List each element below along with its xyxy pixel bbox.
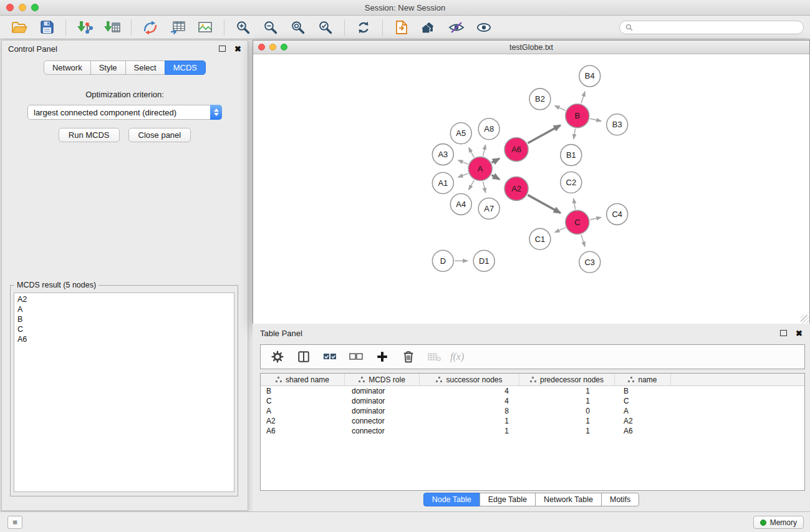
graph-node-D[interactable]: D	[432, 250, 453, 271]
graph-node-A3[interactable]: A3	[432, 144, 453, 165]
table-row[interactable]: Cdominator41C	[261, 396, 804, 406]
edge-C-C2[interactable]	[574, 198, 576, 210]
minimize-window-button[interactable]	[19, 4, 26, 11]
edge-B-B2[interactable]	[555, 105, 566, 110]
graph-node-A5[interactable]: A5	[450, 123, 471, 144]
float-panel-icon[interactable]	[219, 46, 226, 52]
mcds-result-item[interactable]: B	[14, 314, 234, 324]
edge-A-A2[interactable]	[492, 175, 499, 180]
network-canvas[interactable]: B4B2BB3B1A5A8A6A3AA1A2C2A4A7CC4C1C3DD1	[253, 55, 809, 324]
delete-column-button[interactable]	[398, 347, 419, 367]
graph-node-A1[interactable]: A1	[432, 173, 453, 194]
graph-node-B2[interactable]: B2	[529, 89, 551, 110]
column-header-name[interactable]: name	[615, 374, 671, 385]
graph-node-A8[interactable]: A8	[478, 118, 499, 140]
tab-select[interactable]: Select	[125, 60, 165, 75]
toggle-graphics-details-button[interactable]	[445, 17, 468, 37]
save-session-button[interactable]	[35, 17, 59, 37]
edge-A-A6[interactable]	[492, 158, 499, 162]
close-network-window-button[interactable]	[258, 44, 265, 51]
edge-A-A3[interactable]	[458, 160, 468, 164]
graph-node-C1[interactable]: C1	[529, 228, 551, 249]
edge-A-A4[interactable]	[469, 180, 475, 190]
edge-A2-C[interactable]	[528, 195, 560, 213]
zoom-fit-button[interactable]	[286, 17, 310, 37]
tab-mcds[interactable]: MCDS	[165, 60, 206, 75]
criterion-dropdown[interactable]: largest connected component (directed)	[27, 105, 222, 120]
edge-B-B4[interactable]	[581, 92, 585, 104]
mcds-result-item[interactable]: A6	[14, 334, 234, 344]
tab-network-table[interactable]: Network Table	[535, 493, 602, 506]
tab-edge-table[interactable]: Edge Table	[480, 493, 536, 506]
tab-node-table[interactable]: Node Table	[423, 493, 480, 506]
edge-A-A1[interactable]	[458, 173, 468, 177]
graph-node-A6[interactable]: A6	[504, 138, 528, 162]
graph-node-C4[interactable]: C4	[607, 203, 628, 225]
tab-motifs[interactable]: Motifs	[601, 493, 639, 506]
minimize-network-window-button[interactable]	[269, 44, 276, 51]
zoom-selected-button[interactable]	[314, 17, 337, 37]
edge-A6-B[interactable]	[528, 125, 560, 143]
import-table-button[interactable]	[100, 17, 124, 37]
search-input[interactable]	[637, 23, 798, 32]
edge-A-A8[interactable]	[483, 145, 486, 156]
close-panel-icon[interactable]: ✖	[234, 45, 241, 53]
mcds-result-item[interactable]: A2	[14, 294, 234, 304]
birds-eye-view-button[interactable]	[472, 17, 496, 37]
edge-C-C1[interactable]	[555, 228, 566, 233]
close-table-panel-icon[interactable]: ✖	[796, 329, 803, 337]
graph-node-B4[interactable]: B4	[579, 65, 600, 87]
zoom-window-button[interactable]	[31, 4, 39, 11]
graph-node-B3[interactable]: B3	[607, 114, 628, 135]
home-view-button[interactable]	[417, 17, 441, 37]
graph-node-C2[interactable]: C2	[561, 172, 582, 193]
edge-A-A5[interactable]	[469, 147, 475, 157]
column-header-MCDS-role[interactable]: MCDS role	[345, 374, 420, 385]
zoom-out-button[interactable]	[259, 17, 282, 37]
run-mcds-button[interactable]: Run MCDS	[59, 128, 120, 142]
float-table-panel-icon[interactable]	[780, 330, 787, 336]
graph-node-B1[interactable]: B1	[561, 145, 582, 166]
table-row[interactable]: A6connector11A6	[261, 426, 804, 436]
table-settings-button[interactable]	[267, 347, 288, 367]
table-row[interactable]: Adominator80A	[261, 406, 804, 416]
network-window-titlebar[interactable]: testGlobe.txt	[253, 41, 809, 54]
refresh-layout-button[interactable]	[352, 17, 375, 37]
import-network-button[interactable]	[73, 17, 97, 37]
close-panel-button[interactable]: Close panel	[128, 128, 191, 142]
column-header-predecessor-nodes[interactable]: predecessor nodes	[519, 374, 615, 385]
close-window-button[interactable]	[6, 4, 14, 11]
edge-C-C4[interactable]	[590, 218, 601, 220]
edge-B-B1[interactable]	[574, 128, 576, 139]
mcds-result-item[interactable]: A	[14, 304, 234, 314]
search-field[interactable]	[619, 21, 804, 34]
add-column-button[interactable]	[372, 347, 393, 367]
network-graph[interactable]: B4B2BB3B1A5A8A6A3AA1A2C2A4A7CC4C1C3DD1	[253, 55, 809, 324]
tab-style[interactable]: Style	[90, 60, 126, 75]
tab-network[interactable]: Network	[44, 60, 91, 75]
zoom-network-window-button[interactable]	[281, 44, 287, 51]
edge-B-B3[interactable]	[590, 118, 601, 121]
mcds-result-item[interactable]: C	[14, 324, 234, 334]
export-image-button[interactable]	[193, 17, 217, 37]
graph-node-C3[interactable]: C3	[579, 251, 600, 273]
edge-C-C3[interactable]	[581, 235, 585, 246]
graph-node-C[interactable]: C	[566, 210, 589, 234]
edge-A-A7[interactable]	[483, 181, 486, 193]
new-table-button[interactable]	[166, 17, 190, 37]
task-history-button[interactable]: ≡	[7, 516, 22, 529]
graph-node-D1[interactable]: D1	[473, 250, 494, 271]
mcds-result-list[interactable]: A2ABCA6	[14, 293, 234, 492]
node-table[interactable]: shared nameMCDS rolesuccessor nodesprede…	[260, 373, 805, 491]
new-network-button[interactable]	[138, 17, 162, 37]
graph-node-A4[interactable]: A4	[450, 193, 471, 215]
column-header-successor-nodes[interactable]: successor nodes	[420, 374, 519, 385]
zoom-in-button[interactable]	[231, 17, 255, 37]
graph-node-A2[interactable]: A2	[504, 177, 528, 201]
open-session-button[interactable]	[7, 17, 31, 37]
select-all-button[interactable]	[319, 347, 340, 367]
export-document-button[interactable]	[390, 17, 413, 37]
column-header-shared-name[interactable]: shared name	[261, 374, 345, 385]
graph-node-B[interactable]: B	[566, 104, 589, 128]
deselect-all-button[interactable]	[345, 347, 367, 367]
